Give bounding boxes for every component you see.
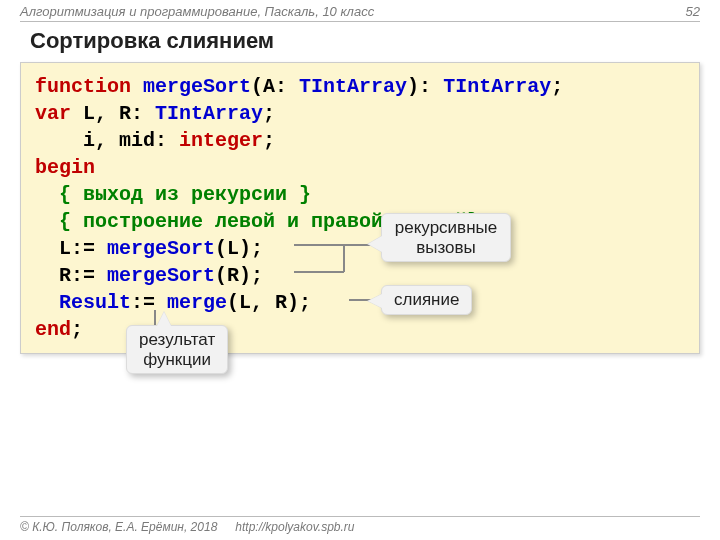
slide-title: Сортировка слиянием (0, 26, 720, 62)
callout-recursive: рекурсивные вызовы (381, 213, 511, 262)
callout-merge: слияние (381, 285, 472, 315)
code-line: function mergeSort(A: TIntArray): TIntAr… (35, 73, 685, 100)
code-line: { выход из рекурсии } (35, 181, 685, 208)
footer-url: http://kpolyakov.spb.ru (235, 520, 354, 534)
callout-result: результат функции (126, 325, 228, 374)
code-line: { построение левой и правой частей} (35, 208, 685, 235)
fn-name: mergeSort (143, 75, 251, 98)
kw-function: function (35, 75, 131, 98)
code-line: begin (35, 154, 685, 181)
page-number: 52 (686, 4, 700, 19)
connector-line (294, 271, 344, 273)
copyright: © К.Ю. Поляков, Е.А. Ерёмин, 2018 (20, 520, 217, 534)
code-line: var L, R: TIntArray; (35, 100, 685, 127)
code-line: R:= mergeSort(R); (35, 262, 685, 289)
callout-tail (157, 312, 171, 326)
code-block: function mergeSort(A: TIntArray): TIntAr… (20, 62, 700, 354)
callout-tail (368, 236, 382, 252)
code-line: i, mid: integer; (35, 127, 685, 154)
code-line: Result:= merge(L, R); (35, 289, 685, 316)
header-rule (20, 21, 700, 22)
course-name: Алгоритмизация и программирование, Паска… (20, 4, 374, 19)
slide-header: Алгоритмизация и программирование, Паска… (0, 0, 720, 21)
callout-tail (368, 294, 382, 308)
slide-footer: © К.Ю. Поляков, Е.А. Ерёмин, 2018 http:/… (20, 516, 700, 534)
kw-var: var (35, 102, 71, 125)
code-line: L:= mergeSort(L); (35, 235, 685, 262)
kw-begin: begin (35, 156, 95, 179)
kw-end: end (35, 318, 71, 341)
comment: { выход из рекурсии } (35, 183, 311, 206)
connector-line (343, 244, 345, 272)
